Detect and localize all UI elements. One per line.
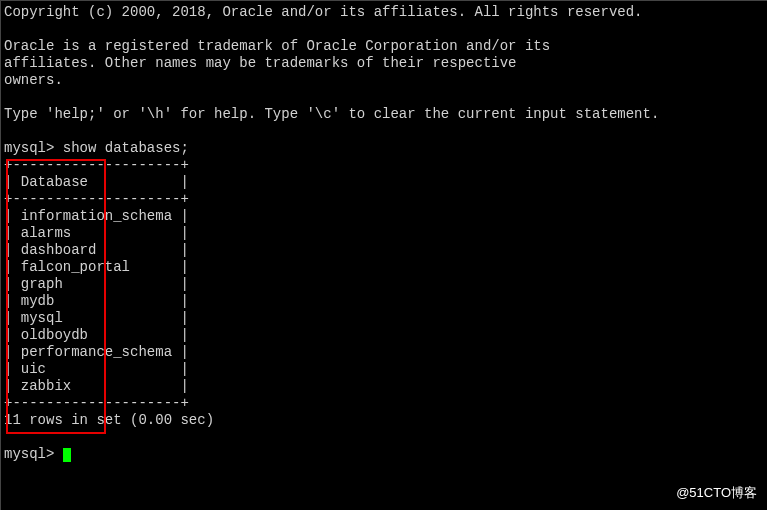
table-border-bot: +--------------------+ [4,395,767,412]
copyright-line: Copyright (c) 2000, 2018, Oracle and/or … [4,4,767,21]
sql-command: show databases; [63,140,189,156]
blank-line [4,21,767,38]
table-row: | performance_schema | [4,344,767,361]
watermark-label: @51CTO博客 [676,484,757,502]
table-header-row: | Database | [4,174,767,191]
table-row: | alarms | [4,225,767,242]
blank-line [4,89,767,106]
table-row: | falcon_portal | [4,259,767,276]
table-row: | graph | [4,276,767,293]
table-row: | zabbix | [4,378,767,395]
prompt-line[interactable]: mysql> [4,446,767,463]
table-row: | dashboard | [4,242,767,259]
table-border-mid: +--------------------+ [4,191,767,208]
table-row: | uic | [4,361,767,378]
result-summary: 11 rows in set (0.00 sec) [4,412,767,429]
trademark-line-2: affiliates. Other names may be trademark… [4,55,767,72]
cursor-icon [63,448,71,462]
table-row: | information_schema | [4,208,767,225]
mysql-prompt: mysql> [4,446,63,462]
blank-line [4,429,767,446]
trademark-line-3: owners. [4,72,767,89]
table-border-top: +--------------------+ [4,157,767,174]
terminal-output: Copyright (c) 2000, 2018, Oracle and/or … [4,4,767,463]
trademark-line-1: Oracle is a registered trademark of Orac… [4,38,767,55]
help-hint-line: Type 'help;' or '\h' for help. Type '\c'… [4,106,767,123]
table-row: | oldboydb | [4,327,767,344]
table-row: | mydb | [4,293,767,310]
command-line: mysql> show databases; [4,140,767,157]
mysql-prompt: mysql> [4,140,63,156]
table-row: | mysql | [4,310,767,327]
blank-line [4,123,767,140]
